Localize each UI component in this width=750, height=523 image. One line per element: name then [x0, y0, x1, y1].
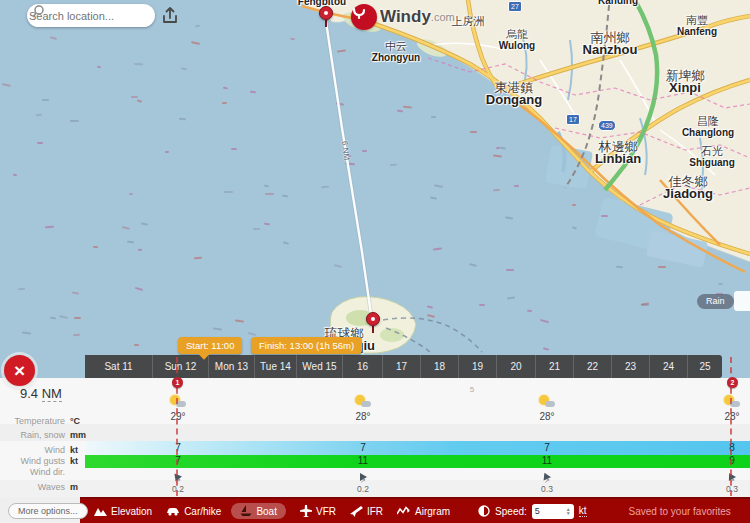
mode-elevation[interactable]: Elevation — [94, 506, 152, 517]
brand-name: Windy — [380, 7, 431, 27]
timeline-day[interactable]: 25 — [688, 355, 722, 378]
speed-label: Speed: — [495, 506, 527, 517]
route-distance-label: 6 NM — [340, 141, 351, 161]
forecast-panel: 9.4 NM 5 Temperature °C Rain, snow mm Wi… — [0, 378, 750, 497]
mode-label: Car/hike — [184, 506, 221, 517]
partly-sunny-icon — [723, 395, 741, 408]
timeline-day[interactable]: 19 — [459, 355, 497, 378]
timeline-day[interactable]: Wed 15 — [297, 355, 343, 378]
boat-icon — [240, 505, 252, 517]
timeline-day[interactable]: 23 — [612, 355, 650, 378]
search-icon — [27, 4, 49, 18]
wave-value: 0.2 — [341, 484, 385, 494]
windy-logo[interactable]: Windy.com — [351, 4, 455, 30]
gust-value: 11 — [525, 455, 569, 466]
favorites-status: Saved to your favorites — [629, 506, 731, 517]
timeline-day[interactable]: 24 — [650, 355, 688, 378]
mode-carhike[interactable]: Car/hike — [166, 506, 221, 517]
brand-tld: .com — [431, 11, 455, 23]
airgram-icon — [397, 506, 411, 516]
plane-icon — [350, 505, 363, 517]
timeline-day[interactable]: 17 — [383, 355, 421, 378]
mode-label: Airgram — [415, 506, 450, 517]
row-label-gusts: Wind gusts — [20, 456, 65, 466]
rain-row-stripe — [0, 424, 750, 441]
temp-value: 29° — [156, 411, 200, 422]
row-label-rain: Rain, snow — [20, 430, 65, 440]
map-canvas[interactable]: Fengbitou 中云Zhongyun 上房洲 Kanding 烏龍Wulon… — [0, 0, 750, 378]
timeline-day[interactable]: 16 — [343, 355, 383, 378]
temp-value: 28° — [525, 411, 569, 422]
gust-value: 11 — [341, 455, 385, 466]
timeline-day[interactable]: Sat 11 — [85, 355, 153, 378]
car-icon — [166, 506, 180, 516]
route-mode-toolbar: Elevation Car/hike Boat VFR — [80, 497, 750, 523]
row-label-wind: Wind — [44, 445, 65, 455]
wind-value: 7 — [341, 442, 385, 453]
route-total-distance: 9.4 NM — [20, 386, 62, 401]
timeline-day[interactable]: Sun 12 — [153, 355, 209, 378]
route-end-pin[interactable] — [366, 312, 380, 333]
waypoint2-marker[interactable]: 2 — [727, 377, 738, 388]
windy-app: Fengbitou 中云Zhongyun 上房洲 Kanding 烏龍Wulon… — [0, 0, 750, 523]
timeline-day[interactable]: Mon 13 — [209, 355, 255, 378]
mode-airgram[interactable]: Airgram — [397, 506, 450, 517]
partly-sunny-icon — [169, 395, 187, 408]
row-unit-temperature: °C — [70, 416, 80, 426]
speed-value: 5 — [535, 506, 540, 516]
speed-control: Speed: 5 ▲▼ kt — [478, 504, 586, 519]
road-shield: 17 — [566, 114, 580, 125]
road-shield: 439 — [598, 120, 616, 131]
timeline-day[interactable]: 18 — [421, 355, 459, 378]
gust-value: 7 — [156, 455, 200, 466]
row-label-winddir: Wind dir. — [30, 467, 65, 477]
timeline-day[interactable]: 20 — [497, 355, 536, 378]
route-finish-tooltip: Finish: 13:00 (1h 56m) — [251, 337, 362, 354]
waypoint1-marker[interactable]: 1 — [172, 377, 183, 388]
search-box[interactable] — [27, 4, 155, 27]
mode-label: Boat — [256, 506, 277, 517]
timeline-note: 5 — [462, 385, 482, 394]
road-shield: 27 — [508, 1, 522, 12]
temp-value: 28° — [341, 411, 385, 422]
wind-value: 7 — [525, 442, 569, 453]
partly-sunny-icon — [538, 395, 556, 408]
route-start-pin[interactable] — [319, 6, 333, 27]
forecast-timeline[interactable]: Sat 11 Sun 12 Mon 13 Tue 14 Wed 15 16 17… — [85, 355, 722, 378]
speed-stepper[interactable]: ▲▼ — [566, 507, 571, 515]
small-plane-icon — [300, 505, 312, 517]
speed-unit[interactable]: kt — [579, 505, 587, 517]
layer-icon-button[interactable] — [734, 291, 750, 311]
mode-boat-selected[interactable]: Boat — [231, 503, 286, 519]
row-unit-gusts: kt — [70, 456, 78, 466]
mode-label: VFR — [316, 506, 336, 517]
timeline-day[interactable]: Tue 14 — [255, 355, 297, 378]
more-options-button[interactable]: More options... — [8, 503, 88, 519]
row-unit-wind: kt — [70, 445, 78, 455]
mode-ifr[interactable]: IFR — [350, 505, 383, 517]
route-start-tooltip: Start: 11:00 — [178, 337, 242, 354]
timeline-day[interactable]: 22 — [574, 355, 612, 378]
speed-input[interactable]: 5 ▲▼ — [532, 504, 574, 519]
timeline-day[interactable]: 21 — [536, 355, 574, 378]
rain-layer-pill[interactable]: Rain — [697, 294, 734, 309]
mountain-icon — [94, 506, 107, 516]
row-label-temperature: Temperature — [14, 416, 65, 426]
wave-value: 0.3 — [525, 484, 569, 494]
close-route-button[interactable]: × — [4, 355, 35, 386]
partly-sunny-icon — [354, 395, 372, 408]
mode-label: Elevation — [111, 506, 152, 517]
row-label-waves: Waves — [38, 482, 65, 492]
windy-logo-icon — [351, 4, 377, 30]
mode-vfr[interactable]: VFR — [300, 505, 336, 517]
speed-toggle-icon[interactable] — [478, 505, 490, 517]
wind-value: 7 — [156, 442, 200, 453]
row-unit-waves: m — [70, 482, 78, 492]
row-unit-rain: mm — [70, 430, 86, 440]
wave-value: 0.2 — [156, 484, 200, 494]
mode-label: IFR — [367, 506, 383, 517]
